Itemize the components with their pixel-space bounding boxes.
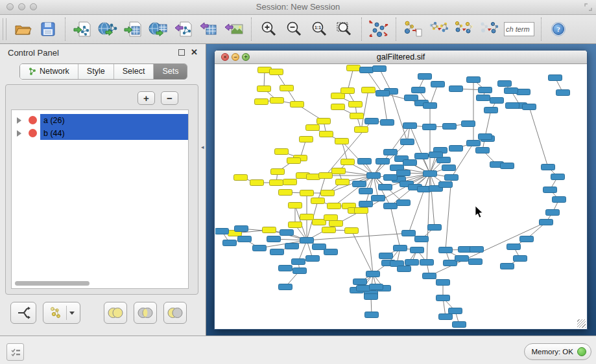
- graph-node-yellow[interactable]: [317, 119, 331, 124]
- graph-node-blue[interactable]: [467, 77, 481, 83]
- add-set-button[interactable]: +: [137, 91, 155, 105]
- graph-node-yellow[interactable]: [311, 198, 325, 204]
- graph-node-blue[interactable]: [453, 322, 466, 328]
- graph-edge[interactable]: [529, 107, 548, 167]
- graph-node-yellow[interactable]: [270, 180, 283, 186]
- open-session-button[interactable]: [12, 18, 33, 40]
- graph-node-blue[interactable]: [235, 226, 248, 232]
- graph-edge[interactable]: [485, 110, 491, 137]
- graph-node-blue[interactable]: [429, 152, 443, 158]
- graph-node-blue[interactable]: [384, 175, 398, 181]
- graph-node-blue[interactable]: [285, 244, 299, 249]
- graph-node-blue[interactable]: [449, 308, 462, 314]
- graph-node-blue[interactable]: [423, 103, 437, 109]
- graph-node-blue[interactable]: [549, 75, 562, 81]
- graph-node-blue[interactable]: [397, 200, 411, 206]
- graph-node-blue[interactable]: [436, 280, 450, 286]
- graph-node-yellow[interactable]: [275, 149, 289, 155]
- graph-node-blue[interactable]: [498, 81, 512, 87]
- export-image-button[interactable]: [224, 18, 244, 40]
- graph-node-yellow[interactable]: [362, 87, 375, 93]
- graph-node-blue[interactable]: [412, 87, 425, 93]
- create-set-from-network-button[interactable]: [43, 302, 80, 324]
- graph-node-yellow[interactable]: [306, 125, 320, 131]
- graph-node-yellow[interactable]: [332, 168, 346, 174]
- graph-node-blue[interactable]: [293, 268, 307, 274]
- graph-node-blue[interactable]: [540, 220, 553, 225]
- graph-node-blue[interactable]: [543, 187, 557, 193]
- graph-node-yellow[interactable]: [255, 99, 268, 105]
- graph-node-blue[interactable]: [223, 240, 237, 246]
- graph-node-blue[interactable]: [479, 134, 492, 140]
- graph-node-yellow[interactable]: [270, 69, 283, 75]
- graph-node-yellow[interactable]: [279, 190, 292, 196]
- graph-node-yellow[interactable]: [307, 174, 320, 180]
- graph-edge[interactable]: [307, 233, 409, 240]
- window-titlebar[interactable]: Session: New Session: [0, 0, 596, 15]
- graph-node-blue[interactable]: [405, 95, 418, 101]
- graph-edge[interactable]: [348, 68, 353, 91]
- graph-node-blue[interactable]: [364, 294, 378, 300]
- graph-node-yellow[interactable]: [300, 190, 314, 196]
- graph-node-blue[interactable]: [357, 286, 370, 291]
- graph-node-blue[interactable]: [514, 256, 527, 262]
- graph-node-blue[interactable]: [405, 260, 419, 266]
- graph-node-yellow[interactable]: [287, 158, 301, 164]
- zoom-actual-button[interactable]: 1:1: [309, 18, 329, 40]
- import-table-file-button[interactable]: [123, 18, 143, 40]
- graph-node-yellow[interactable]: [250, 180, 264, 186]
- graph-node-blue[interactable]: [401, 139, 414, 145]
- graph-node-yellow[interactable]: [271, 169, 285, 175]
- set-row[interactable]: a (26): [12, 114, 188, 127]
- toolbar-grip[interactable]: [3, 18, 6, 40]
- graph-node-blue[interactable]: [449, 146, 463, 152]
- graph-node-blue[interactable]: [439, 314, 453, 320]
- graph-node-blue[interactable]: [238, 236, 252, 242]
- graph-node-blue[interactable]: [384, 203, 398, 209]
- graph-node-blue[interactable]: [556, 90, 570, 96]
- graph-node-blue[interactable]: [359, 188, 373, 194]
- graph-node-blue[interactable]: [418, 74, 432, 80]
- graph-node-yellow[interactable]: [234, 175, 248, 181]
- graph-node-blue[interactable]: [279, 266, 292, 271]
- graph-node-yellow[interactable]: [328, 203, 341, 209]
- graph-node-blue[interactable]: [394, 245, 407, 251]
- graph-node-yellow[interactable]: [345, 228, 359, 234]
- graph-node-blue[interactable]: [376, 91, 390, 97]
- graph-node-blue[interactable]: [367, 173, 381, 179]
- tab-style[interactable]: Style: [78, 64, 114, 79]
- graph-node-blue[interactable]: [501, 163, 514, 169]
- graph-node-blue[interactable]: [358, 159, 372, 165]
- graph-node-yellow[interactable]: [263, 227, 276, 233]
- graph-node-blue[interactable]: [411, 247, 424, 253]
- graph-edge[interactable]: [366, 204, 373, 274]
- graph-node-blue[interactable]: [467, 141, 481, 146]
- graph-node-blue[interactable]: [507, 244, 521, 250]
- graph-node-yellow[interactable]: [324, 215, 338, 221]
- graph-node-yellow[interactable]: [289, 203, 302, 209]
- graph-node-yellow[interactable]: [355, 127, 368, 133]
- export-network-button[interactable]: [173, 18, 194, 40]
- graph-node-yellow[interactable]: [320, 131, 333, 137]
- export-set-button[interactable]: [10, 302, 36, 324]
- graph-node-blue[interactable]: [506, 103, 519, 109]
- set-row[interactable]: b (44): [12, 127, 188, 140]
- graph-node-blue[interactable]: [469, 259, 483, 265]
- network-hide-unselected-button[interactable]: [479, 18, 499, 40]
- export-table-button[interactable]: [198, 18, 219, 40]
- graph-node-yellow[interactable]: [329, 221, 343, 227]
- graph-node-blue[interactable]: [279, 284, 292, 290]
- graph-node-yellow[interactable]: [321, 190, 335, 196]
- graph-node-yellow[interactable]: [322, 227, 336, 233]
- zoom-fit-button[interactable]: [334, 18, 355, 40]
- graph-node-blue[interactable]: [443, 124, 457, 130]
- graph-edge[interactable]: [379, 69, 391, 91]
- graph-node-blue[interactable]: [420, 260, 434, 266]
- graph-node-blue[interactable]: [402, 231, 416, 236]
- graph-node-blue[interactable]: [381, 120, 394, 126]
- graph-node-blue[interactable]: [423, 171, 437, 177]
- graph-node-blue[interactable]: [403, 160, 417, 166]
- graph-edge[interactable]: [430, 174, 435, 227]
- graph-node-blue[interactable]: [306, 256, 320, 262]
- graph-node-yellow[interactable]: [335, 139, 349, 144]
